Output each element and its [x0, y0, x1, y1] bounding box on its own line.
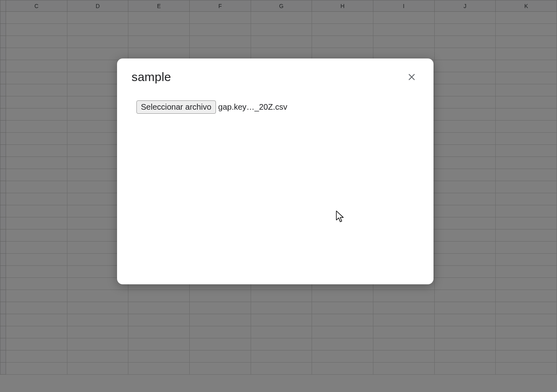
file-input-row: Seleccionar archivo gap.key…_20Z.csv: [136, 100, 419, 114]
close-icon: [407, 73, 416, 81]
close-button[interactable]: [404, 70, 419, 84]
dialog-body: Seleccionar archivo gap.key…_20Z.csv: [132, 84, 419, 114]
dialog-header: sample: [132, 70, 419, 84]
selected-file-name: gap.key…_20Z.csv: [218, 102, 287, 112]
select-file-button[interactable]: Seleccionar archivo: [136, 100, 216, 114]
dialog-title: sample: [132, 70, 171, 84]
file-upload-dialog: sample Seleccionar archivo gap.key…_20Z.…: [117, 58, 433, 284]
